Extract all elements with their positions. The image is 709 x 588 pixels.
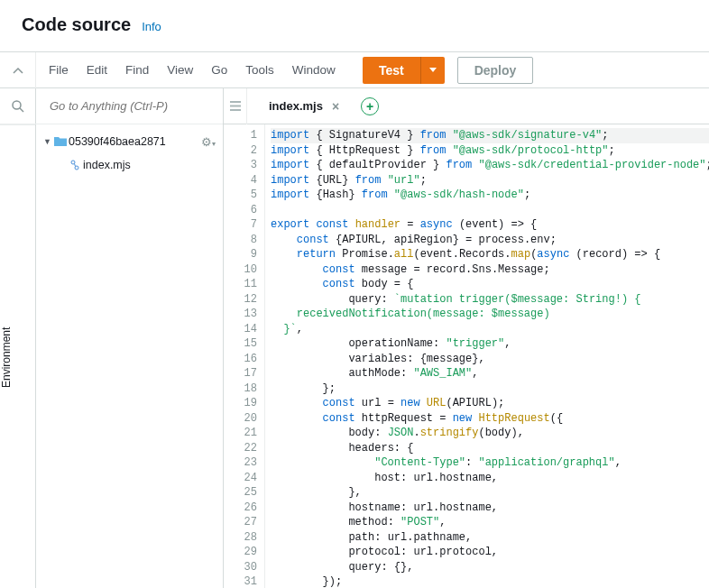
svg-rect-5 [230,101,241,103]
js-file-icon [67,159,83,171]
toolbar: File Edit Find View Go Tools Window Test… [0,52,709,88]
goto-search-box [36,88,223,124]
tree-root-label: 05390f46baea2871 [69,135,166,148]
test-dropdown[interactable] [420,57,445,84]
menu-edit[interactable]: Edit [87,63,107,77]
svg-line-1 [20,108,23,112]
svg-rect-6 [230,106,241,107]
svg-rect-7 [230,109,241,111]
workspace: Environment ▼ 05390f46baea2871 ⚙▾ index.… [0,88,709,588]
gear-icon[interactable]: ⚙▾ [201,135,216,149]
plus-icon: + [366,99,373,114]
search-icon [11,99,25,114]
tab-label: index.mjs [269,99,323,113]
page-title: Code source [22,14,131,35]
tab-add-button[interactable]: + [361,97,379,115]
collapse-toggle[interactable] [0,52,36,88]
menu-file[interactable]: File [49,63,69,77]
tree-root-folder[interactable]: ▼ 05390f46baea2871 ⚙▾ [36,130,223,153]
caret-down-icon: ▼ [43,137,52,146]
file-tree: ▼ 05390f46baea2871 ⚙▾ index.mjs [36,124,223,182]
deploy-button[interactable]: Deploy [457,57,534,84]
environment-rail-label[interactable]: Environment [0,124,35,588]
action-buttons: Test Deploy [348,57,533,84]
caret-down-icon [429,68,437,73]
test-button[interactable]: Test [363,57,420,84]
folder-icon [52,136,69,147]
editor-tab[interactable]: index.mjs × [247,88,352,124]
menu-bar: File Edit Find View Go Tools Window [36,63,348,77]
code-editor[interactable]: 1234567891011121314151617181920212223242… [224,124,709,588]
left-rail: Environment [0,88,36,588]
svg-point-3 [75,166,78,170]
test-button-group: Test [363,57,445,84]
tab-close-icon[interactable]: × [332,99,339,114]
info-link[interactable]: Info [142,20,161,33]
menu-view[interactable]: View [167,63,193,77]
tree-file-item[interactable]: index.mjs [36,153,223,177]
file-tree-sidebar: ▼ 05390f46baea2871 ⚙▾ index.mjs [36,88,224,588]
panel-header: Code source Info [0,0,709,52]
menu-find[interactable]: Find [125,63,149,77]
tree-file-label: index.mjs [83,159,131,171]
goto-search-input[interactable] [41,94,217,118]
menu-tools[interactable]: Tools [245,63,274,77]
editor-pane: index.mjs × + 12345678910111213141516171… [224,88,709,588]
search-rail-button[interactable] [0,88,36,124]
menu-window[interactable]: Window [292,63,336,77]
menu-go[interactable]: Go [211,63,227,77]
svg-point-2 [71,161,75,164]
svg-line-4 [75,164,76,167]
svg-point-0 [13,101,21,109]
code-content[interactable]: import { SignatureV4 } from "@aws-sdk/si… [265,124,709,588]
tab-list-icon[interactable] [224,88,247,124]
editor-tabbar: index.mjs × + [224,88,709,124]
line-gutter: 1234567891011121314151617181920212223242… [224,124,265,588]
